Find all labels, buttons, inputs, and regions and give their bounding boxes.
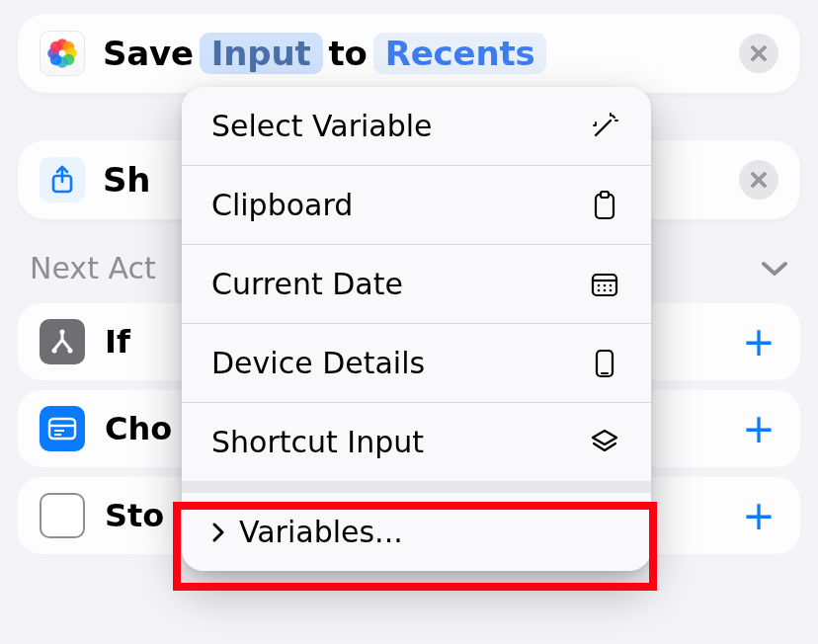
wand-icon bbox=[588, 113, 621, 140]
svg-point-22 bbox=[610, 283, 613, 286]
popup-select-variable-label: Select Variable bbox=[211, 109, 433, 143]
stop-icon bbox=[40, 493, 85, 538]
token-input[interactable]: Input bbox=[200, 33, 323, 74]
token-recents[interactable]: Recents bbox=[373, 33, 547, 74]
popup-shortcut-input-label: Shortcut Input bbox=[211, 425, 424, 459]
popup-variables-label: Variables... bbox=[239, 515, 403, 549]
device-icon bbox=[588, 349, 621, 378]
photos-app-icon bbox=[40, 31, 85, 76]
add-if-button[interactable]: + bbox=[739, 319, 778, 364]
svg-rect-17 bbox=[601, 192, 609, 198]
svg-rect-12 bbox=[49, 419, 75, 439]
svg-point-23 bbox=[598, 288, 601, 291]
popup-clipboard-label: Clipboard bbox=[211, 188, 353, 222]
add-choose-button[interactable]: + bbox=[739, 406, 778, 451]
svg-point-9 bbox=[60, 330, 65, 335]
branch-icon bbox=[40, 319, 85, 364]
popup-variables[interactable]: Variables... bbox=[182, 493, 651, 571]
chevron-right-icon bbox=[211, 522, 225, 543]
svg-point-7 bbox=[50, 41, 62, 53]
svg-point-21 bbox=[604, 283, 607, 286]
popup-shortcut-input[interactable]: Shortcut Input bbox=[182, 402, 651, 481]
add-stop-button[interactable]: + bbox=[739, 493, 778, 538]
popup-clipboard[interactable]: Clipboard bbox=[182, 165, 651, 244]
list-card-icon bbox=[40, 406, 85, 451]
close-button-1[interactable] bbox=[739, 34, 778, 73]
popup-device-details-label: Device Details bbox=[211, 346, 425, 380]
share-icon bbox=[40, 157, 85, 202]
popup-current-date[interactable]: Current Date bbox=[182, 244, 651, 323]
calendar-icon bbox=[588, 272, 621, 297]
svg-point-20 bbox=[598, 283, 601, 286]
popup-separator bbox=[182, 481, 651, 493]
close-button-2[interactable] bbox=[739, 160, 778, 200]
popup-current-date-label: Current Date bbox=[211, 267, 403, 301]
svg-point-11 bbox=[68, 349, 73, 354]
chevron-down-icon bbox=[761, 260, 788, 278]
save-mid: to bbox=[329, 34, 368, 73]
save-prefix: Save bbox=[103, 34, 194, 73]
action-card-text: Save Input to Recents bbox=[103, 33, 727, 74]
svg-point-24 bbox=[604, 288, 607, 291]
action-card-save[interactable]: Save Input to Recents bbox=[18, 14, 800, 93]
svg-point-25 bbox=[610, 288, 613, 291]
popup-device-details[interactable]: Device Details bbox=[182, 323, 651, 402]
layers-icon bbox=[588, 429, 621, 456]
section-title: Next Act bbox=[30, 251, 156, 285]
svg-point-10 bbox=[52, 349, 57, 354]
variable-picker-popup: Select Variable Clipboard Current Date D… bbox=[182, 87, 651, 571]
popup-select-variable[interactable]: Select Variable bbox=[182, 87, 651, 165]
clipboard-icon bbox=[588, 191, 621, 220]
